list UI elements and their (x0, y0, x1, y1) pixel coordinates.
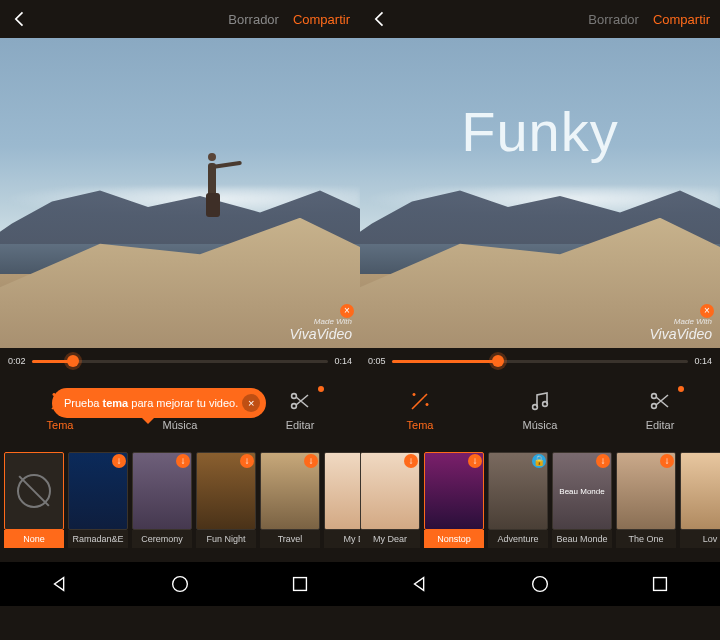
theme-thumb-overlay: Beau Monde (559, 487, 604, 496)
theme-label: Nonstop (424, 530, 484, 548)
download-badge-icon: ↓ (596, 454, 610, 468)
editor-tabs: TemaMúsicaEditar (360, 374, 720, 446)
theme-label: Fun Night (196, 530, 256, 548)
theme-mydear2[interactable]: ↓My Dear (360, 452, 420, 548)
theme-thumb: ↓ (132, 452, 192, 530)
theme-label: Travel (260, 530, 320, 548)
time-total: 0:14 (334, 356, 352, 366)
theme-theone[interactable]: ↓The One (616, 452, 676, 548)
none-icon (17, 474, 51, 508)
nav-recent-button[interactable] (289, 573, 311, 595)
theme-none[interactable]: None (4, 452, 64, 548)
download-badge-icon: ↓ (112, 454, 126, 468)
system-nav-bar (0, 562, 360, 606)
top-bar: BorradorCompartir (0, 0, 360, 38)
remove-watermark-button[interactable]: × (700, 304, 714, 318)
theme-label: Adventure (488, 530, 548, 548)
nav-recent-button[interactable] (649, 573, 671, 595)
theme-label: My D (324, 530, 360, 548)
tab-editar[interactable]: Editar (600, 374, 720, 446)
theme-thumb: 🔒 (488, 452, 548, 530)
time-current: 0:02 (8, 356, 26, 366)
share-link[interactable]: Compartir (293, 12, 350, 27)
tab-label: Editar (646, 419, 675, 431)
watermark-brand: VivaVideo (289, 326, 352, 342)
share-link[interactable]: Compartir (653, 12, 710, 27)
notification-dot-icon (678, 386, 684, 392)
theme-lov[interactable]: ↓Lov (680, 452, 720, 548)
theme-thumb: ↓ (616, 452, 676, 530)
theme-adventure[interactable]: 🔒Adventure (488, 452, 548, 548)
scrubber-track[interactable] (32, 360, 329, 363)
lock-badge-icon: 🔒 (532, 454, 546, 468)
theme-ramadan[interactable]: ↓Ramadan&E (68, 452, 128, 548)
theme-thumb: ↓ (360, 452, 420, 530)
video-preview[interactable]: Funky×Made WithVivaVideo (360, 38, 720, 348)
theme-mydear1[interactable]: 🔒My D (324, 452, 360, 548)
scrubber-knob[interactable] (492, 355, 504, 367)
time-total: 0:14 (694, 356, 712, 366)
theme-label: The One (616, 530, 676, 548)
tab-musica[interactable]: Música (480, 374, 600, 446)
draft-link[interactable]: Borrador (228, 12, 279, 27)
theme-strip[interactable]: ↓My Dear↓Nonstop🔒AdventureBeau Monde↓Bea… (360, 446, 720, 562)
nav-home-button[interactable] (529, 573, 551, 595)
theme-label: Lov (680, 530, 720, 548)
tooltip-close-button[interactable]: × (242, 394, 260, 412)
theme-label: None (4, 530, 64, 548)
svg-rect-5 (294, 578, 307, 591)
theme-beaumonde[interactable]: Beau Monde↓Beau Monde (552, 452, 612, 548)
theme-thumb (4, 452, 64, 530)
notification-dot-icon (318, 386, 324, 392)
theme-strip[interactable]: None↓Ramadan&E↓Ceremony↓Fun Night↓Travel… (0, 446, 360, 562)
svg-point-7 (543, 402, 548, 407)
theme-label: Ceremony (132, 530, 192, 548)
theme-tooltip: Prueba tema para mejorar tu video.× (52, 388, 266, 418)
system-nav-bar (360, 562, 720, 606)
theme-thumb: 🔒 (324, 452, 360, 530)
svg-point-6 (533, 405, 538, 410)
remove-watermark-button[interactable]: × (340, 304, 354, 318)
time-current: 0:05 (368, 356, 386, 366)
scrubber-knob[interactable] (67, 355, 79, 367)
draft-link[interactable]: Borrador (588, 12, 639, 27)
download-badge-icon: ↓ (176, 454, 190, 468)
theme-funnight[interactable]: ↓Fun Night (196, 452, 256, 548)
pane-after: BorradorCompartirFunky×Made WithVivaVide… (360, 0, 720, 640)
watermark-brand: VivaVideo (649, 326, 712, 342)
theme-thumb: ↓ (260, 452, 320, 530)
tab-tema[interactable]: Tema (360, 374, 480, 446)
svg-rect-11 (654, 578, 667, 591)
video-preview[interactable]: ×Made WithVivaVideo (0, 38, 360, 348)
person-silhouette (194, 143, 230, 221)
scrubber[interactable]: 0:050:14 (360, 348, 720, 374)
svg-point-10 (533, 577, 548, 592)
theme-nonstop[interactable]: ↓Nonstop (424, 452, 484, 548)
watermark: Made WithVivaVideo (289, 317, 352, 342)
theme-thumb: Beau Monde↓ (552, 452, 612, 530)
theme-thumb: ↓ (680, 452, 720, 530)
scrubber[interactable]: 0:020:14 (0, 348, 360, 374)
theme-ceremony[interactable]: ↓Ceremony (132, 452, 192, 548)
svg-point-4 (173, 577, 188, 592)
theme-overlay-text: Funky (461, 99, 619, 164)
theme-travel[interactable]: ↓Travel (260, 452, 320, 548)
back-button[interactable] (10, 9, 30, 29)
download-badge-icon: ↓ (404, 454, 418, 468)
back-button[interactable] (370, 9, 390, 29)
watermark: Made WithVivaVideo (649, 317, 712, 342)
watermark-small: Made With (289, 317, 352, 326)
download-badge-icon: ↓ (660, 454, 674, 468)
theme-thumb: ↓ (424, 452, 484, 530)
tab-label: Editar (286, 419, 315, 431)
scrubber-track[interactable] (392, 360, 689, 363)
nav-home-button[interactable] (169, 573, 191, 595)
tab-label: Tema (407, 419, 434, 431)
watermark-small: Made With (649, 317, 712, 326)
nav-back-button[interactable] (409, 573, 431, 595)
nav-back-button[interactable] (49, 573, 71, 595)
top-bar: BorradorCompartir (360, 0, 720, 38)
scrubber-fill (392, 360, 499, 363)
tab-label: Tema (47, 419, 74, 431)
download-badge-icon: ↓ (240, 454, 254, 468)
